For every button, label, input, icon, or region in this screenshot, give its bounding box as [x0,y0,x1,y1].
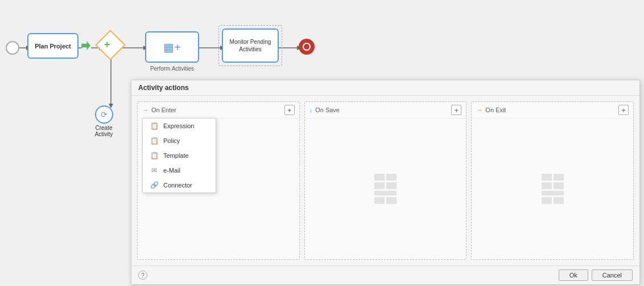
help-button[interactable]: ? [138,271,147,280]
on-exit-label: On Exit [485,107,506,113]
dialog-footer: ? Ok Cancel [131,265,639,284]
on-exit-empty-icon [542,174,564,204]
perform-activities-label: Perform Activities [145,66,199,72]
plan-project-label: Plan Project [35,43,71,50]
create-activity-label: Create Activity [88,125,119,137]
on-enter-title: → On Enter [142,107,176,113]
gateway-diamond[interactable] [95,30,126,60]
perform-icon: ▦+ [163,40,181,54]
exit-arrow-icon: → [476,107,482,113]
plan-project-node[interactable]: Plan Project [27,33,79,59]
save-arrow-icon: ↓ [309,107,313,113]
on-enter-add-button[interactable]: + [284,105,295,115]
on-save-header: ↓ On Save + [305,102,467,119]
enter-arrow-icon: → [142,107,148,113]
start-event [6,41,19,55]
ok-button[interactable]: Ok [559,269,588,281]
email-label: e-Mail [163,167,180,174]
dialog-title: Activity actions [131,80,639,96]
on-exit-title: → On Exit [476,107,506,113]
activity-actions-dialog: Activity actions → On Enter + 📋 Expressi… [131,80,640,285]
on-save-title: ↓ On Save [309,107,340,113]
end-event [299,39,315,55]
on-exit-header: → On Exit + [472,102,633,119]
on-enter-dropdown: 📋 Expression 📋 Policy 📋 Template ✉ e-Mai… [142,118,216,193]
policy-label: Policy [163,137,180,144]
template-icon: 📋 [150,151,159,160]
monitor-pending-node[interactable]: Monitor Pending Activities [222,28,279,63]
connector-icon: 🔗 [150,181,159,190]
on-enter-header: → On Enter + [138,102,299,119]
green-arrow-badge [81,41,90,50]
on-exit-add-button[interactable]: + [618,105,629,115]
policy-icon: 📋 [150,136,159,145]
on-save-content [305,119,467,259]
create-activity-circle: ⟳ [95,105,113,124]
expression-label: Expression [163,122,194,129]
expression-icon: 📋 [150,121,159,130]
create-activity-icon: ⟳ [101,110,108,119]
email-menu-item[interactable]: ✉ e-Mail [143,163,216,178]
connector-label: Connector [163,182,192,189]
template-label: Template [163,152,189,159]
perform-activities-node[interactable]: ▦+ [145,31,199,63]
dialog-body: → On Enter + 📋 Expression 📋 Policy 📋 Tem… [131,96,639,265]
create-activity-node[interactable]: ⟳ Create Activity [88,105,119,137]
diamond-plus-icon: + [104,39,110,51]
on-exit-content [472,119,633,259]
on-save-panel: ↓ On Save + [304,101,467,260]
end-circle-inner [303,43,311,51]
template-menu-item[interactable]: 📋 Template [143,148,216,163]
on-exit-panel: → On Exit + [471,101,634,260]
on-enter-label: On Enter [151,107,176,113]
on-save-empty-icon [374,174,397,204]
connector-menu-item[interactable]: 🔗 Connector [143,178,216,193]
on-save-label: On Save [315,107,340,113]
help-label: ? [141,272,145,279]
cancel-button[interactable]: Cancel [592,269,633,281]
on-save-add-button[interactable]: + [451,105,461,115]
expression-menu-item[interactable]: 📋 Expression [143,119,216,133]
policy-menu-item[interactable]: 📋 Policy [143,133,216,148]
on-enter-panel: → On Enter + 📋 Expression 📋 Policy 📋 Tem… [137,101,300,260]
email-icon: ✉ [150,166,159,175]
monitor-pending-label: Monitor Pending Activities [223,38,278,53]
